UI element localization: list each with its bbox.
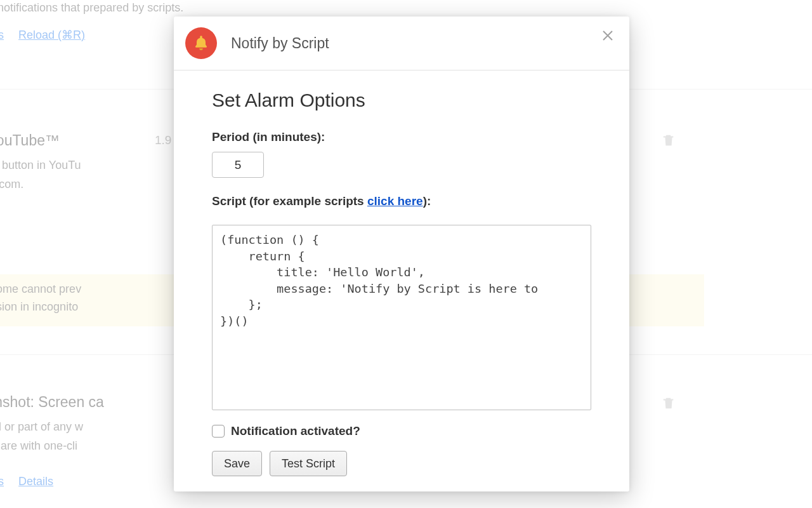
bg-desc: for setting notifications that prepared …	[0, 1, 705, 15]
trash-icon[interactable]	[662, 396, 676, 413]
notify-label: Notification activated?	[231, 424, 360, 438]
period-input[interactable]	[212, 152, 264, 178]
period-label: Period (in minutes):	[212, 130, 591, 144]
bg-ext1-version: 1.9	[155, 133, 171, 147]
modal-body: Set Alarm Options Period (in minutes): S…	[174, 70, 629, 491]
close-icon[interactable]	[600, 28, 615, 43]
save-button[interactable]: Save	[212, 451, 262, 476]
script-label-pre: Script (for example scripts	[212, 194, 367, 208]
script-label: Script (for example scripts click here):	[212, 194, 591, 208]
bg-options-link-2[interactable]: Options	[0, 475, 4, 488]
modal-title: Notify by Script	[231, 35, 329, 52]
notify-checkbox[interactable]	[212, 425, 225, 438]
options-heading: Set Alarm Options	[212, 90, 591, 111]
bg-options-link[interactable]: Options	[0, 29, 4, 41]
button-row: Save Test Script	[212, 451, 591, 476]
notify-row[interactable]: Notification activated?	[212, 424, 591, 438]
options-modal: Notify by Script Set Alarm Options Perio…	[174, 17, 629, 491]
bg-reload-link[interactable]: Reload (⌘R)	[18, 29, 85, 41]
trash-icon[interactable]	[662, 133, 676, 150]
script-label-post: ):	[423, 194, 431, 208]
test-script-button[interactable]: Test Script	[270, 451, 347, 476]
script-textarea[interactable]	[212, 225, 591, 410]
modal-header: Notify by Script	[174, 17, 629, 70]
example-scripts-link[interactable]: click here	[367, 194, 423, 208]
bg-details-link-2[interactable]: Details	[18, 475, 53, 488]
bell-icon	[185, 27, 217, 59]
